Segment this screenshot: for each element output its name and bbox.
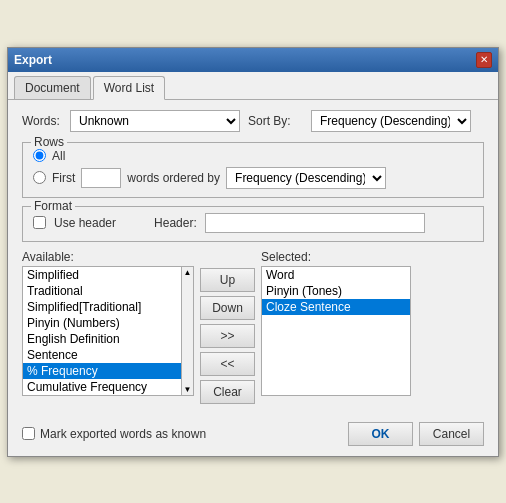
move-right-button[interactable]: >> [200,324,255,348]
list-item[interactable]: Simplified [23,267,181,283]
mark-known-checkbox[interactable] [22,427,35,440]
available-scroll-up[interactable]: ▲ [184,268,192,277]
radio-first[interactable] [33,171,46,184]
rows-sortby-select[interactable]: Frequency (Descending) [226,167,386,189]
main-content: Words: Unknown Sort By: Frequency (Desce… [8,100,498,414]
ok-button[interactable]: OK [348,422,413,446]
mark-exported-label: Mark exported words as known [40,427,206,441]
selected-col: Selected: Word Pinyin (Tones) Cloze Sent… [261,250,411,396]
export-window: Export ✕ Document Word List Words: Unkno… [7,47,499,457]
list-item[interactable]: Simplified[Traditional] [23,299,181,315]
rows-group-label: Rows [31,135,67,149]
list-item[interactable]: Word [262,267,410,283]
available-label: Available: [22,250,194,264]
format-group-label: Format [31,199,75,213]
rows-group: Rows All First 0 words ordered by Freque… [22,142,484,198]
cancel-button[interactable]: Cancel [419,422,484,446]
move-buttons-col: Up Down >> << Clear [200,268,255,404]
clear-button[interactable]: Clear [200,380,255,404]
bottom-row: Mark exported words as known OK Cancel [8,414,498,456]
radio-first-label: First [52,171,75,185]
available-list[interactable]: Simplified Traditional Simplified[Tradit… [22,266,182,396]
close-button[interactable]: ✕ [476,52,492,68]
use-header-checkbox[interactable] [33,216,46,229]
tab-bar: Document Word List [8,72,498,100]
down-button[interactable]: Down [200,296,255,320]
header-input[interactable] [205,213,425,233]
available-scroll-down[interactable]: ▼ [184,385,192,394]
title-bar: Export ✕ [8,48,498,72]
radio-first-row: First 0 words ordered by Frequency (Desc… [33,167,473,189]
words-ordered-by-label: words ordered by [127,171,220,185]
fields-section: Available: Simplified Traditional Simpli… [22,250,484,404]
list-item[interactable]: Pinyin (Numbers) [23,315,181,331]
format-group: Format Use header Header: [22,206,484,242]
selected-label: Selected: [261,250,411,264]
window-title: Export [14,53,52,67]
sortby-select[interactable]: Frequency (Descending) [311,110,471,132]
first-count-input[interactable]: 0 [81,168,121,188]
radio-all-label: All [52,149,65,163]
list-item[interactable]: Sentence [23,347,181,363]
selected-list[interactable]: Word Pinyin (Tones) Cloze Sentence [261,266,411,396]
list-item[interactable]: Pinyin (Tones) [262,283,410,299]
sortby-label: Sort By: [248,114,303,128]
words-label: Words: [22,114,62,128]
action-buttons: OK Cancel [348,422,484,446]
up-button[interactable]: Up [200,268,255,292]
radio-all-row: All [33,149,473,163]
words-sortby-row: Words: Unknown Sort By: Frequency (Desce… [22,110,484,132]
list-item[interactable]: Traditional [23,283,181,299]
list-item-selected[interactable]: Cloze Sentence [262,299,410,315]
mark-exported-row: Mark exported words as known [22,427,206,441]
move-left-button[interactable]: << [200,352,255,376]
format-row: Use header Header: [33,213,473,233]
available-col: Available: Simplified Traditional Simpli… [22,250,194,396]
tab-document[interactable]: Document [14,76,91,99]
fields-columns: Available: Simplified Traditional Simpli… [22,250,484,404]
list-item[interactable]: Cumulative Frequency [23,379,181,395]
use-header-label: Use header [54,216,116,230]
list-item-selected[interactable]: % Frequency [23,363,181,379]
list-item[interactable]: First Occurence [23,395,181,396]
radio-all[interactable] [33,149,46,162]
words-select[interactable]: Unknown [70,110,240,132]
tab-word-list[interactable]: Word List [93,76,165,100]
header-label: Header: [154,216,197,230]
list-item[interactable]: English Definition [23,331,181,347]
